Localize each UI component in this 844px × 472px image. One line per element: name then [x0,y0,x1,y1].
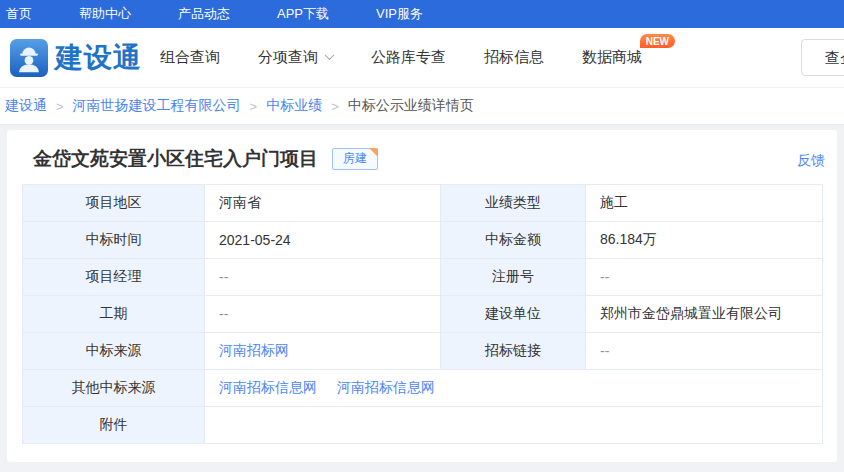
bid-source-link[interactable]: 河南招标网 [219,342,289,358]
page-background: 金岱文苑安置小区住宅入户门项目 房建 反馈 项目地区 河南省 业绩类型 施工 中… [0,125,844,472]
field-label: 业绩类型 [441,185,586,222]
breadcrumb-current-page: 中标公示业绩详情页 [348,97,474,115]
field-value [205,407,823,444]
field-value: 86.184万 [586,222,823,259]
chevron-down-icon [325,50,335,60]
field-value: -- [205,259,441,296]
field-label: 其他中标来源 [23,370,205,407]
nav-item-subitem-query-label: 分项查询 [258,48,318,67]
breadcrumb-separator: > [250,99,258,114]
topbar-item-product-news[interactable]: 产品动态 [178,5,230,23]
nav-item-data-mall[interactable]: 数据商城 NEW [582,48,642,67]
field-value: 2021-05-24 [205,222,441,259]
topbar-item-vip-service[interactable]: VIP服务 [376,5,423,23]
table-row: 工期 -- 建设单位 郑州市金岱鼎城置业有限公司 [23,296,823,333]
main-header: 建设通 组合查询 分项查询 公路库专查 招标信息 数据商城 NEW 查企 [0,28,844,88]
field-label: 中标金额 [441,222,586,259]
company-search-button[interactable]: 查企 [801,39,844,76]
top-utility-bar: 首页 帮助中心 产品动态 APP下载 VIP服务 [0,0,844,28]
field-value: -- [205,296,441,333]
table-row: 其他中标来源 河南招标信息网 河南招标信息网 [23,370,823,407]
page-title: 金岱文苑安置小区住宅入户门项目 [33,146,318,172]
table-row: 项目经理 -- 注册号 -- [23,259,823,296]
topbar-item-home[interactable]: 首页 [6,5,32,23]
breadcrumb-separator: > [56,99,64,114]
detail-table: 项目地区 河南省 业绩类型 施工 中标时间 2021-05-24 中标金额 86… [22,184,823,444]
field-value: 施工 [586,185,823,222]
field-value: 河南招标信息网 河南招标信息网 [205,370,823,407]
field-label: 建设单位 [441,296,586,333]
feedback-link[interactable]: 反馈 [797,152,825,170]
main-nav: 组合查询 分项查询 公路库专查 招标信息 数据商城 NEW [160,48,642,67]
field-value: 河南招标网 [205,333,441,370]
breadcrumb-company[interactable]: 河南世扬建设工程有限公司 [73,97,241,115]
table-row: 中标时间 2021-05-24 中标金额 86.184万 [23,222,823,259]
other-bid-source-link[interactable]: 河南招标信息网 [337,379,435,395]
other-bid-source-link[interactable]: 河南招标信息网 [219,379,317,395]
field-label: 项目地区 [23,185,205,222]
nav-item-subitem-query[interactable]: 分项查询 [258,48,333,67]
topbar-item-app-download[interactable]: APP下载 [277,5,329,23]
field-label: 附件 [23,407,205,444]
field-label: 中标时间 [23,222,205,259]
project-type-tag: 房建 [332,148,378,171]
nav-item-data-mall-label: 数据商城 [582,48,642,67]
field-value: -- [586,259,823,296]
builder-logo-icon [10,39,48,77]
detail-card: 金岱文苑安置小区住宅入户门项目 房建 反馈 项目地区 河南省 业绩类型 施工 中… [7,130,837,462]
nav-item-bid-info[interactable]: 招标信息 [484,48,544,67]
topbar-item-help[interactable]: 帮助中心 [79,5,131,23]
field-value: -- [586,333,823,370]
field-label: 注册号 [441,259,586,296]
breadcrumb-separator: > [331,99,339,114]
table-row: 项目地区 河南省 业绩类型 施工 [23,185,823,222]
field-label: 工期 [23,296,205,333]
field-value: 郑州市金岱鼎城置业有限公司 [586,296,823,333]
new-badge: NEW [640,34,675,48]
field-label: 中标来源 [23,333,205,370]
table-row: 附件 [23,407,823,444]
table-row: 中标来源 河南招标网 招标链接 -- [23,333,823,370]
field-value: 河南省 [205,185,441,222]
breadcrumb: 建设通 > 河南世扬建设工程有限公司 > 中标业绩 > 中标公示业绩详情页 [0,88,844,125]
breadcrumb-win-bid-performance[interactable]: 中标业绩 [266,97,322,115]
field-label: 招标链接 [441,333,586,370]
title-row: 金岱文苑安置小区住宅入户门项目 房建 [22,147,822,171]
logo[interactable]: 建设通 [10,39,142,77]
nav-item-highway-db-query[interactable]: 公路库专查 [371,48,446,67]
nav-item-combined-query[interactable]: 组合查询 [160,48,220,67]
logo-text: 建设通 [55,39,142,77]
breadcrumb-home[interactable]: 建设通 [5,97,47,115]
field-label: 项目经理 [23,259,205,296]
